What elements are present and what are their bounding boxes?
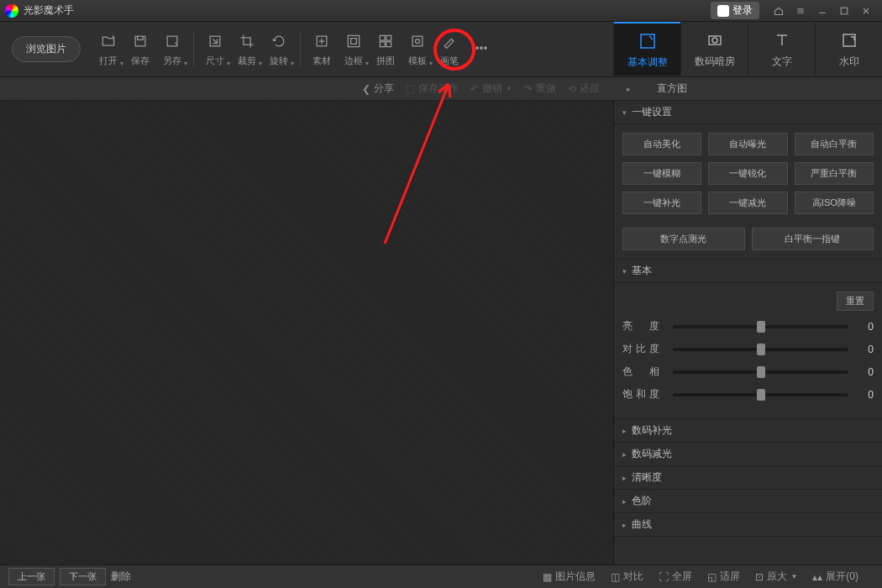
text-tab-icon xyxy=(772,29,792,51)
oneclick-一键锐化[interactable]: 一键锐化 xyxy=(708,162,787,185)
original-button[interactable]: ⊡原大▼ xyxy=(755,570,797,584)
oneclick-高ISO降噪[interactable]: 高ISO降噪 xyxy=(795,192,874,214)
expand-button[interactable]: ▴▴展开(0) xyxy=(812,570,858,584)
right-panel: ▾一键设置 自动美化自动曝光自动白平衡一键模糊一键锐化严重白平衡一键补光一键减光… xyxy=(613,101,882,564)
save-action-button[interactable]: ⬚保存动作 xyxy=(406,81,459,96)
svg-rect-1 xyxy=(135,36,145,46)
delete-button[interactable]: 删除 xyxy=(111,570,131,584)
svg-rect-7 xyxy=(380,35,385,40)
slider-色　相[interactable]: 色 相0 xyxy=(622,365,874,379)
puzzle-tool[interactable]: 拼图 xyxy=(370,28,402,71)
oneclick-一键补光[interactable]: 一键补光 xyxy=(622,192,701,214)
oneclick-自动美化[interactable]: 自动美化 xyxy=(622,133,701,155)
canvas-area[interactable] xyxy=(0,101,613,564)
tab-watermark[interactable]: 水印 xyxy=(815,22,882,76)
statusbar: 上一张 下一张 删除 ▦图片信息 ◫对比 ⛶全屏 ◱适屏 ⊡原大▼ ▴▴展开(0… xyxy=(0,564,882,588)
section-数码减光[interactable]: ▸数码减光 xyxy=(614,443,882,466)
compare-button[interactable]: ◫对比 xyxy=(611,570,643,584)
sub-toolbar: ❮分享 ⬚保存动作 ↶撤销▼ ↷重做 ⟲还原 xyxy=(0,77,613,101)
home-button[interactable] xyxy=(768,3,790,19)
crop-icon xyxy=(239,31,255,51)
fullscreen-button[interactable]: ⛶全屏 xyxy=(659,570,692,584)
app-icon xyxy=(5,4,18,18)
svg-rect-11 xyxy=(412,36,423,46)
oneclick-白平衡一指键[interactable]: 白平衡一指键 xyxy=(752,228,874,250)
close-button[interactable] xyxy=(855,3,877,19)
titlebar: 光影魔术手 登录 xyxy=(0,0,882,22)
minimize-button[interactable] xyxy=(811,3,833,19)
border-icon xyxy=(345,31,362,51)
section-色阶[interactable]: ▸色阶 xyxy=(614,490,882,513)
save-icon xyxy=(132,31,149,51)
info-button[interactable]: ▦图片信息 xyxy=(543,570,596,584)
svg-rect-2 xyxy=(167,36,177,46)
svg-point-13 xyxy=(476,46,479,49)
oneclick-严重白平衡[interactable]: 严重白平衡 xyxy=(795,162,874,185)
saveas-icon xyxy=(164,31,181,51)
svg-rect-9 xyxy=(380,42,385,47)
login-button[interactable]: 登录 xyxy=(711,2,759,19)
histogram-header[interactable]: ▸ 直方图 xyxy=(613,77,882,101)
puzzle-icon xyxy=(377,31,394,51)
watermark-tab-icon xyxy=(839,29,859,51)
saveas-tool[interactable]: 另存 xyxy=(156,28,188,71)
brush-icon xyxy=(441,31,458,51)
slider-亮　度[interactable]: 亮 度0 xyxy=(622,319,874,333)
slider-对比度[interactable]: 对比度0 xyxy=(622,342,874,356)
oneclick-header[interactable]: ▾一键设置 xyxy=(614,101,882,124)
open-tool[interactable]: 打开 xyxy=(92,28,124,71)
brush-tool[interactable]: 画笔 xyxy=(433,28,465,71)
template-tool[interactable]: 模板 xyxy=(402,28,433,71)
crop-tool[interactable]: 裁剪 xyxy=(231,28,263,71)
material-icon xyxy=(313,31,330,51)
undo-button[interactable]: ↶撤销▼ xyxy=(470,81,512,96)
face-icon xyxy=(717,5,729,17)
oneclick-自动白平衡[interactable]: 自动白平衡 xyxy=(795,133,874,155)
basic-header[interactable]: ▾基本 xyxy=(614,260,882,283)
fitscreen-button[interactable]: ◱适屏 xyxy=(707,570,740,584)
svg-point-15 xyxy=(485,46,487,49)
next-button[interactable]: 下一张 xyxy=(60,568,106,585)
save-tool[interactable]: 保存 xyxy=(124,28,156,71)
settings-button[interactable] xyxy=(790,3,811,19)
darkroom-tab-icon xyxy=(705,29,725,51)
reset-button[interactable]: 重置 xyxy=(837,291,874,311)
section-曲线[interactable]: ▸曲线 xyxy=(614,513,882,537)
more-tool[interactable] xyxy=(465,34,497,65)
size-tool[interactable]: 尺寸 xyxy=(199,28,231,71)
rotate-icon xyxy=(270,31,287,51)
prev-button[interactable]: 上一张 xyxy=(8,568,55,585)
svg-rect-5 xyxy=(348,35,359,46)
tab-darkroom[interactable]: 数码暗房 xyxy=(680,22,748,76)
oneclick-一键模糊[interactable]: 一键模糊 xyxy=(622,162,701,185)
app-title: 光影魔术手 xyxy=(24,3,74,18)
maximize-button[interactable] xyxy=(833,3,855,19)
svg-rect-6 xyxy=(351,39,357,45)
rotate-tool[interactable]: 旋转 xyxy=(263,28,295,71)
svg-rect-0 xyxy=(841,8,848,14)
browse-button[interactable]: 浏览图片 xyxy=(12,36,81,62)
section-数码补光[interactable]: ▸数码补光 xyxy=(614,419,882,443)
slider-饱和度[interactable]: 饱和度0 xyxy=(622,387,874,402)
border-tool[interactable]: 边框 xyxy=(338,28,370,71)
oneclick-数字点测光[interactable]: 数字点测光 xyxy=(622,228,745,250)
svg-rect-16 xyxy=(641,34,654,48)
redo-button[interactable]: ↷重做 xyxy=(524,81,556,96)
share-button[interactable]: ❮分享 xyxy=(362,81,394,96)
svg-rect-10 xyxy=(386,42,391,47)
svg-point-14 xyxy=(480,46,483,49)
svg-point-12 xyxy=(416,39,420,44)
oneclick-一键减光[interactable]: 一键减光 xyxy=(708,192,787,214)
more-icon xyxy=(473,38,490,58)
main-toolbar: 浏览图片 打开保存另存尺寸裁剪旋转素材边框拼图模板画笔 基本调整数码暗房文字水印 xyxy=(0,22,882,77)
tab-basic[interactable]: 基本调整 xyxy=(613,22,680,76)
material-tool[interactable]: 素材 xyxy=(306,28,338,71)
basic-tab-icon xyxy=(638,30,658,52)
svg-rect-8 xyxy=(386,35,391,40)
section-清晰度[interactable]: ▸清晰度 xyxy=(614,466,882,490)
restore-button[interactable]: ⟲还原 xyxy=(568,81,600,96)
oneclick-自动曝光[interactable]: 自动曝光 xyxy=(708,133,787,155)
size-icon xyxy=(207,31,223,51)
svg-rect-19 xyxy=(843,34,855,46)
tab-text[interactable]: 文字 xyxy=(748,22,815,76)
